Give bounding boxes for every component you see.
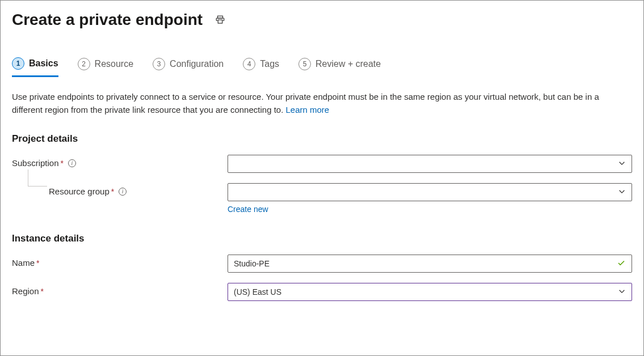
tab-basics[interactable]: 1 Basics — [12, 57, 58, 77]
row-subscription: Subscription * i — [12, 155, 632, 173]
page-frame: Create a private endpoint 1 Basics 2 Res… — [0, 0, 644, 356]
page-title: Create a private endpoint — [12, 11, 203, 29]
control-col — [228, 155, 632, 173]
tab-configuration[interactable]: 3 Configuration — [153, 57, 224, 77]
section-project-details: Project details Subscription * i Resourc… — [12, 133, 632, 214]
tab-label: Review + create — [315, 59, 381, 69]
chevron-down-icon — [618, 159, 626, 169]
region-label: Region — [12, 286, 39, 296]
required-marker: * — [36, 258, 39, 268]
resource-group-select[interactable] — [228, 183, 632, 201]
tab-resource[interactable]: 2 Resource — [78, 57, 133, 77]
tab-label: Resource — [95, 59, 133, 69]
required-marker: * — [111, 187, 114, 196]
tab-tags[interactable]: 4 Tags — [243, 57, 279, 77]
label-col: Subscription * i — [12, 155, 228, 168]
page-header: Create a private endpoint — [12, 11, 632, 29]
label-col: Resource group * i — [12, 183, 228, 196]
row-name: Name * Studio-PE — [12, 255, 632, 273]
label-col: Name * — [12, 255, 228, 268]
control-col: Create new — [228, 183, 632, 214]
region-select[interactable]: (US) East US — [228, 283, 632, 301]
resource-group-label: Resource group — [49, 187, 110, 196]
tab-description: Use private endpoints to privately conne… — [12, 91, 625, 116]
control-col: Studio-PE — [228, 255, 632, 273]
row-region: Region * (US) East US — [12, 283, 632, 301]
required-marker: * — [41, 287, 44, 296]
step-number-5: 5 — [298, 58, 311, 70]
subscription-label: Subscription — [12, 158, 59, 168]
learn-more-link[interactable]: Learn more — [286, 105, 330, 115]
wizard-tabs: 1 Basics 2 Resource 3 Configuration 4 Ta… — [12, 57, 632, 77]
info-icon[interactable]: i — [119, 188, 127, 196]
chevron-down-icon — [618, 188, 626, 197]
step-number-3: 3 — [153, 58, 165, 70]
create-new-link[interactable]: Create new — [228, 205, 268, 214]
step-number-2: 2 — [78, 58, 90, 70]
info-icon[interactable]: i — [68, 159, 76, 167]
label-col: Region * — [12, 283, 228, 296]
name-input[interactable]: Studio-PE — [228, 255, 632, 273]
region-value: (US) East US — [234, 287, 281, 296]
name-value: Studio-PE — [234, 259, 270, 268]
required-marker: * — [61, 159, 64, 168]
step-number-4: 4 — [243, 58, 255, 70]
subscription-select[interactable] — [228, 155, 632, 173]
tab-label: Tags — [260, 59, 279, 69]
tab-label: Configuration — [170, 59, 224, 69]
step-number-1: 1 — [12, 57, 24, 70]
svg-rect-1 — [218, 20, 222, 23]
tab-label: Basics — [29, 58, 58, 69]
section-instance-details: Instance details Name * Studio-PE Region… — [12, 233, 632, 301]
row-resource-group: Resource group * i Create new — [12, 183, 632, 214]
print-icon[interactable] — [215, 15, 225, 25]
section-title-project: Project details — [12, 133, 632, 145]
hierarchy-connector — [28, 169, 47, 187]
check-icon — [617, 258, 626, 269]
chevron-down-icon — [618, 287, 626, 297]
control-col: (US) East US — [228, 283, 632, 301]
name-label: Name — [12, 258, 35, 268]
tab-review-create[interactable]: 5 Review + create — [298, 57, 381, 77]
section-title-instance: Instance details — [12, 233, 632, 244]
